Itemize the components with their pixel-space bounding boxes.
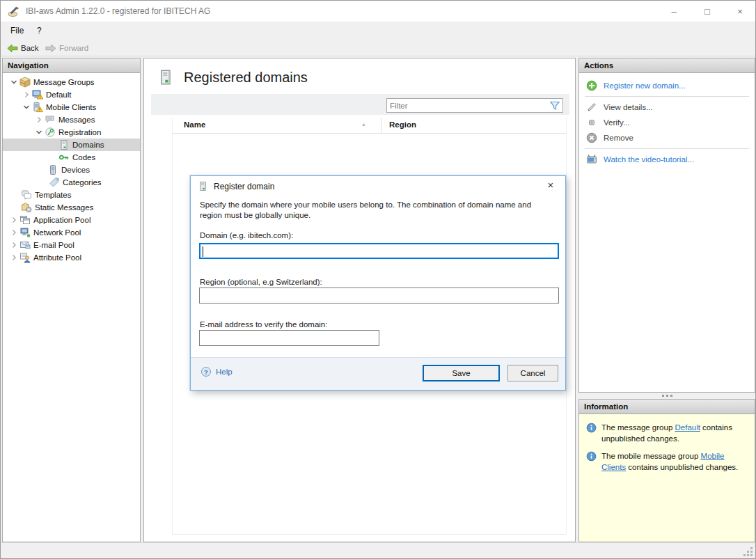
chevron-right-icon[interactable] xyxy=(8,239,19,251)
tree-item-label: Static Messages xyxy=(35,203,93,212)
tree-item-label: Domains xyxy=(72,141,104,149)
chevron-down-icon[interactable] xyxy=(21,102,32,113)
tag-icon xyxy=(49,177,60,188)
close-button[interactable]: × xyxy=(728,1,752,22)
chevron-right-icon[interactable] xyxy=(21,89,32,100)
region-label: Region (optional, e.g Switzerland): xyxy=(200,278,322,286)
email-pool-icon xyxy=(19,239,31,251)
tree-item-static-messages[interactable]: Static Messages xyxy=(3,201,140,214)
filter-input[interactable] xyxy=(390,100,543,111)
actions-panel: Actions Register new domain...View detai… xyxy=(578,58,755,393)
chevron-right-icon[interactable] xyxy=(8,252,19,263)
maximize-button[interactable]: □ xyxy=(695,1,719,22)
back-label: Back xyxy=(21,44,39,52)
action-remove: Remove xyxy=(579,130,755,145)
tree-item-label: Default xyxy=(46,90,71,99)
monitor-warning-icon xyxy=(32,89,43,100)
cancel-button[interactable]: Cancel xyxy=(507,365,558,381)
chevron-right-icon[interactable] xyxy=(8,214,19,226)
filter-bar xyxy=(151,94,569,115)
tv-icon xyxy=(586,154,597,165)
tree-item-label: Templates xyxy=(35,191,71,199)
menu-bar: File ? xyxy=(1,22,755,40)
tree-item-label: Mobile Clients xyxy=(46,103,96,111)
chevron-right-icon[interactable] xyxy=(33,114,45,125)
tree-item-e-mail-pool[interactable]: E-mail Pool xyxy=(3,239,140,251)
table-header: Name ▲ Region xyxy=(172,118,566,134)
tree-item-network-pool[interactable]: Network Pool xyxy=(3,226,140,239)
domain-input[interactable] xyxy=(199,243,559,259)
action-watch-the-video-tutorial[interactable]: Watch the video-tutorial... xyxy=(579,152,755,167)
sort-ascending-icon: ▲ xyxy=(361,122,366,127)
menu-help[interactable]: ? xyxy=(37,26,42,36)
registered-domains-icon xyxy=(157,67,174,88)
device-icon xyxy=(47,164,58,175)
forward-arrow-icon xyxy=(44,43,56,54)
tree-item-attribute-pool[interactable]: Attribute Pool xyxy=(3,251,140,264)
info-text: The mobile message group Mobile Clients … xyxy=(601,450,749,473)
tree-item-label: Categories xyxy=(63,178,102,187)
tree-item-categories[interactable]: Categories xyxy=(3,176,140,189)
app-icon xyxy=(8,6,19,17)
chevron-right-icon[interactable] xyxy=(8,227,19,238)
tree-item-domains[interactable]: Domains xyxy=(3,139,140,151)
messages-icon xyxy=(45,114,56,125)
back-arrow-icon xyxy=(6,43,18,54)
region-input[interactable] xyxy=(199,288,559,304)
minimize-button[interactable]: – xyxy=(662,1,686,22)
action-register-new-domain[interactable]: Register new domain... xyxy=(579,78,755,93)
help-icon: ? xyxy=(200,366,212,377)
text-caret xyxy=(203,246,203,257)
status-bar xyxy=(1,542,755,558)
forward-label: Forward xyxy=(59,44,88,52)
tree-item-application-pool[interactable]: Application Pool xyxy=(3,214,140,226)
remove-circle-icon xyxy=(586,132,597,143)
tree-item-default[interactable]: Default xyxy=(3,88,140,101)
save-button[interactable]: Save xyxy=(423,365,500,381)
tree-item-templates[interactable]: Templates xyxy=(3,189,140,201)
tree-item-label: E-mail Pool xyxy=(33,241,74,249)
panel-splitter-handle[interactable] xyxy=(578,393,755,398)
chevron-down-icon[interactable] xyxy=(8,77,19,88)
dialog-close-icon[interactable]: × xyxy=(543,179,558,191)
registration-icon xyxy=(45,127,56,138)
tree-item-messages[interactable]: Messages xyxy=(3,113,140,126)
email-input[interactable] xyxy=(199,330,379,346)
tree-item-registration[interactable]: Registration xyxy=(3,126,140,139)
phone-warning-icon xyxy=(32,102,43,113)
filter-funnel-icon[interactable] xyxy=(549,100,560,111)
chevron-down-icon[interactable] xyxy=(33,127,45,138)
column-header-region[interactable]: Region xyxy=(389,120,416,129)
message-groups-icon xyxy=(19,77,31,88)
tree-item-mobile-clients[interactable]: Mobile Clients xyxy=(3,101,140,113)
menu-file[interactable]: File xyxy=(10,26,24,36)
column-header-name[interactable]: Name xyxy=(184,120,205,129)
actions-header: Actions xyxy=(579,58,755,73)
application-pool-icon xyxy=(19,214,31,226)
toolbar: Back Forward xyxy=(1,40,755,56)
column-divider[interactable] xyxy=(381,118,381,134)
resize-grip[interactable] xyxy=(743,546,753,556)
dialog-description: Specify the domain where your mobile use… xyxy=(200,200,553,221)
tree-item-message-groups[interactable]: Message Groups xyxy=(3,76,140,88)
tree-item-codes[interactable]: Codes xyxy=(3,151,140,164)
actions-list: Register new domain...View details...Ver… xyxy=(579,73,755,167)
tree-item-devices[interactable]: Devices xyxy=(3,164,140,176)
back-button[interactable]: Back xyxy=(6,42,39,54)
page-title: Registered domains xyxy=(184,70,308,86)
table-bottom-border xyxy=(172,534,566,535)
info-link-default[interactable]: Default xyxy=(675,423,700,432)
email-label: E-mail address to verify the domain: xyxy=(200,320,327,329)
information-header: Information xyxy=(579,400,755,414)
navigation-tree: Message GroupsDefaultMobile ClientsMessa… xyxy=(3,73,140,542)
navigation-panel: Navigation Message GroupsDefaultMobile C… xyxy=(2,58,141,542)
actions-separator xyxy=(585,148,749,149)
help-link[interactable]: ? Help xyxy=(200,366,233,377)
tree-item-label: Registration xyxy=(58,128,101,136)
domain-label: Domain (e.g. ibitech.com): xyxy=(200,231,293,239)
forward-button[interactable]: Forward xyxy=(44,42,88,54)
navigation-header: Navigation xyxy=(3,58,140,73)
information-panel: Information The message group Default co… xyxy=(578,399,755,542)
tree-item-label: Message Groups xyxy=(33,78,95,86)
register-domain-dialog-icon xyxy=(198,181,208,191)
